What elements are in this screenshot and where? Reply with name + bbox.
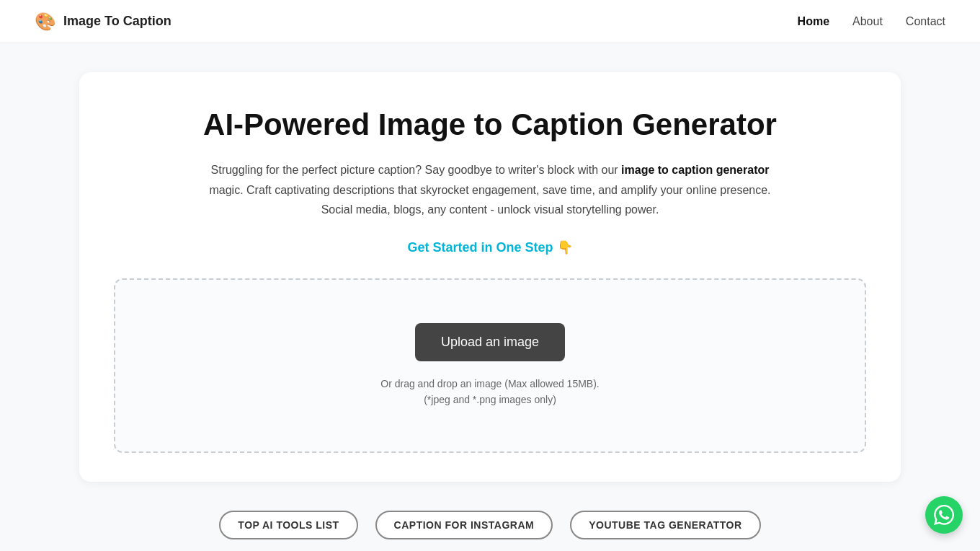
nav-home[interactable]: Home [798,15,829,28]
navbar: 🎨 Image To Caption Home About Contact [0,0,980,43]
hero-desc-rest: magic. Craft captivating descriptions th… [209,184,770,216]
whatsapp-fab[interactable] [925,496,963,534]
upload-hint-line1: Or drag and drop an image (Max allowed 1… [380,378,599,389]
tags-row: TOP AI TOOLS LIST CAPTION for INSTAGRAM … [79,511,901,539]
whatsapp-icon [934,505,954,525]
upload-zone: Upload an image Or drag and drop an imag… [114,278,866,453]
logo-icon: 🎨 [35,12,56,32]
logo-text: Image To Caption [63,14,172,29]
nav-links: Home About Contact [798,15,945,28]
get-started-link[interactable]: Get Started in One Step 👇 [114,239,866,255]
logo[interactable]: 🎨 Image To Caption [35,12,172,32]
upload-button[interactable]: Upload an image [415,323,565,361]
hero-card: AI-Powered Image to Caption Generator St… [79,72,901,482]
upload-hint: Or drag and drop an image (Max allowed 1… [144,376,836,408]
main-content: AI-Powered Image to Caption Generator St… [0,43,980,551]
tag-caption-instagram[interactable]: CAPTION for INSTAGRAM [375,511,553,539]
hero-desc-plain: Struggling for the perfect picture capti… [211,164,622,176]
hero-desc-bold: image to caption generator [621,164,769,176]
hero-description: Struggling for the perfect picture capti… [202,160,778,219]
nav-about[interactable]: About [852,15,883,28]
tag-top-ai-tools[interactable]: TOP AI TOOLS LIST [219,511,357,539]
tag-youtube-tag[interactable]: YOUTUBE TAG GENERATTOR [570,511,760,539]
hero-title: AI-Powered Image to Caption Generator [114,107,866,143]
nav-contact[interactable]: Contact [906,15,945,28]
upload-hint-line2: (*jpeg and *.png images only) [424,394,556,405]
